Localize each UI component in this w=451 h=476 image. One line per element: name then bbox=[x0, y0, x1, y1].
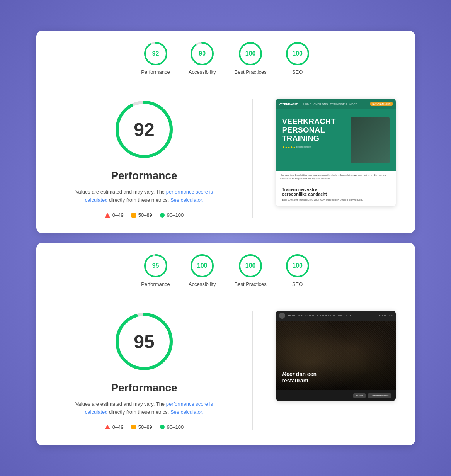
site-preview-1: VEERKRACHT HOME OVER ONS TRAININGEN VIDE… bbox=[276, 99, 396, 206]
preview-bottom-title-1: Trainen met extrapersoonlijke aandacht bbox=[282, 187, 390, 196]
preview-nav-home-1: HOME bbox=[303, 103, 311, 105]
card-1: 92 Performance 90 Accessibility bbox=[36, 31, 415, 233]
legend-icon-red-1 bbox=[105, 213, 110, 218]
legend-item-orange-2: 50–89 bbox=[131, 424, 152, 430]
preview-hero-1: VEERKRACHTPERSONALTRAINING ★★★★★ beoorde… bbox=[276, 109, 396, 171]
preview-nav-training-1: TRAININGEN bbox=[330, 103, 347, 105]
score-label-performance-2: Performance bbox=[141, 281, 170, 287]
preview-nav-menu-2: MENU bbox=[288, 314, 295, 317]
legend-item-red-1: 0–49 bbox=[105, 212, 124, 218]
legend-label-red-1: 0–49 bbox=[112, 212, 124, 218]
legend-item-orange-1: 50–89 bbox=[131, 212, 152, 218]
preview-hero-image-1 bbox=[351, 117, 390, 163]
legend-item-green-1: 90–100 bbox=[160, 212, 184, 218]
score-circle-bestpractices-1: 100 bbox=[238, 41, 263, 66]
score-number-bestpractices-2: 100 bbox=[245, 262, 256, 269]
legend-icon-green-2 bbox=[160, 425, 165, 429]
score-number-accessibility-1: 90 bbox=[199, 50, 206, 57]
legend-label-green-2: 90–100 bbox=[167, 424, 184, 430]
score-circle-seo-1: 100 bbox=[285, 41, 310, 66]
main-section-2: 95 Performance Values are estimated and … bbox=[36, 295, 415, 445]
legend-icon-orange-2 bbox=[131, 425, 136, 429]
preview-logo-1: VEERKRACHT bbox=[279, 103, 298, 105]
preview-cta-1: NU AANMELDEN bbox=[370, 102, 392, 106]
score-label-bestpractices-2: Best Practices bbox=[235, 281, 267, 287]
score-number-performance-2: 95 bbox=[152, 262, 159, 269]
preview-nav-res-2: RESERVEREN bbox=[298, 314, 314, 317]
preview-meer-box-2: Méér dan eenrestaurant bbox=[282, 371, 317, 384]
score-item-performance-2: 95 Performance bbox=[141, 253, 170, 287]
legend-item-green-2: 90–100 bbox=[160, 424, 184, 430]
legend-item-red-2: 0–49 bbox=[105, 424, 124, 430]
preview-hero-subtext-1: Een sportieve begeleiding voor jouw pers… bbox=[276, 171, 396, 182]
main-section-1: 92 Performance Values are estimated and … bbox=[36, 83, 415, 233]
score-item-bestpractices-2: 100 Best Practices bbox=[235, 253, 267, 287]
calculator-link-1[interactable]: See calculator. bbox=[170, 197, 203, 203]
big-circle-2: 95 bbox=[113, 311, 175, 372]
score-circle-bestpractices-2: 100 bbox=[238, 253, 263, 278]
score-label-accessibility-1: Accessibility bbox=[189, 69, 216, 75]
preview-navbar-1: VEERKRACHT HOME OVER ONS TRAININGEN VIDE… bbox=[276, 99, 396, 109]
card-2: 95 Performance 100 Accessibility bbox=[36, 243, 415, 445]
right-section-2: MENU RESERVEREN EVENEMENTEN KINDERGEST. … bbox=[272, 311, 396, 430]
section-divider-2 bbox=[252, 311, 253, 430]
score-label-accessibility-2: Accessibility bbox=[189, 281, 216, 287]
left-section-2: 95 Performance Values are estimated and … bbox=[56, 311, 233, 430]
preview-bottom-text-1: Een sportieve begeleiding voor jouw pers… bbox=[282, 198, 390, 202]
right-section-1: VEERKRACHT HOME OVER ONS TRAININGEN VIDE… bbox=[272, 99, 396, 218]
preview-btn-boeken-2: Boeken bbox=[353, 393, 366, 398]
preview-bottom-1: Trainen met extrapersoonlijke aandacht E… bbox=[276, 182, 396, 206]
legend-icon-orange-1 bbox=[131, 213, 136, 218]
big-score-2: 95 bbox=[134, 331, 154, 352]
calculator-link-2[interactable]: See calculator. bbox=[170, 409, 203, 415]
preview-logo-2 bbox=[279, 313, 285, 319]
preview-hero-title-1: VEERKRACHTPERSONALTRAINING bbox=[282, 117, 346, 143]
score-circle-performance-2: 95 bbox=[143, 253, 168, 278]
legend-icon-green-1 bbox=[160, 213, 165, 218]
score-label-seo-1: SEO bbox=[292, 69, 303, 75]
score-item-seo-1: 100 SEO bbox=[285, 41, 310, 75]
preview-meer-text-2: Méér dan eenrestaurant bbox=[282, 371, 317, 384]
preview-navbar-2: MENU RESERVEREN EVENEMENTEN KINDERGEST. … bbox=[276, 311, 396, 321]
scores-row-1: 92 Performance 90 Accessibility bbox=[36, 31, 415, 83]
left-section-1: 92 Performance Values are estimated and … bbox=[56, 99, 233, 218]
legend-label-green-1: 90–100 bbox=[167, 212, 184, 218]
score-circle-accessibility-2: 100 bbox=[190, 253, 214, 278]
legend-label-orange-1: 50–89 bbox=[138, 212, 152, 218]
description-1: Values are estimated and may vary. The p… bbox=[71, 188, 218, 204]
score-circle-seo-2: 100 bbox=[285, 253, 310, 278]
legend-icon-red-2 bbox=[105, 425, 110, 429]
score-number-performance-1: 92 bbox=[152, 50, 159, 57]
score-number-seo-1: 100 bbox=[292, 50, 303, 57]
main-title-1: Performance bbox=[111, 170, 177, 182]
score-item-accessibility-1: 90 Accessibility bbox=[189, 41, 216, 75]
main-title-2: Performance bbox=[111, 382, 177, 394]
score-item-seo-2: 100 SEO bbox=[285, 253, 310, 287]
preview-hero-dark-2: Méér dan eenrestaurant bbox=[276, 321, 396, 390]
score-label-seo-2: SEO bbox=[292, 281, 303, 287]
score-item-bestpractices-1: 100 Best Practices bbox=[235, 41, 267, 75]
scores-row-2: 95 Performance 100 Accessibility bbox=[36, 243, 415, 295]
score-number-bestpractices-1: 100 bbox=[245, 50, 256, 57]
preview-nav-best-2: BESTELLEN bbox=[379, 314, 393, 317]
score-label-bestpractices-1: Best Practices bbox=[235, 69, 267, 75]
preview-nav-kind-2: KINDERGEST. bbox=[338, 314, 353, 317]
main-container: 92 Performance 90 Accessibility bbox=[36, 31, 415, 445]
description-2: Values are estimated and may vary. The p… bbox=[71, 400, 218, 416]
big-score-1: 92 bbox=[134, 119, 154, 140]
score-item-accessibility-2: 100 Accessibility bbox=[189, 253, 216, 287]
section-divider-1 bbox=[252, 99, 253, 218]
score-label-performance-1: Performance bbox=[141, 69, 170, 75]
big-circle-1: 92 bbox=[113, 99, 175, 160]
legend-2: 0–49 50–89 90–100 bbox=[105, 424, 184, 430]
preview-nav-over-1: OVER ONS bbox=[313, 103, 328, 105]
score-number-accessibility-2: 100 bbox=[197, 262, 208, 269]
legend-1: 0–49 50–89 90–100 bbox=[105, 212, 184, 218]
score-circle-accessibility-1: 90 bbox=[190, 41, 214, 66]
score-item-performance-1: 92 Performance bbox=[141, 41, 170, 75]
preview-nav-video-1: VIDEO bbox=[349, 103, 357, 105]
score-number-seo-2: 100 bbox=[292, 262, 303, 269]
legend-label-red-2: 0–49 bbox=[112, 424, 124, 430]
preview-nav-evt-2: EVENEMENTEN bbox=[317, 314, 335, 317]
preview-bottom-dark-2: Boeken Evenementenaan bbox=[276, 390, 396, 401]
